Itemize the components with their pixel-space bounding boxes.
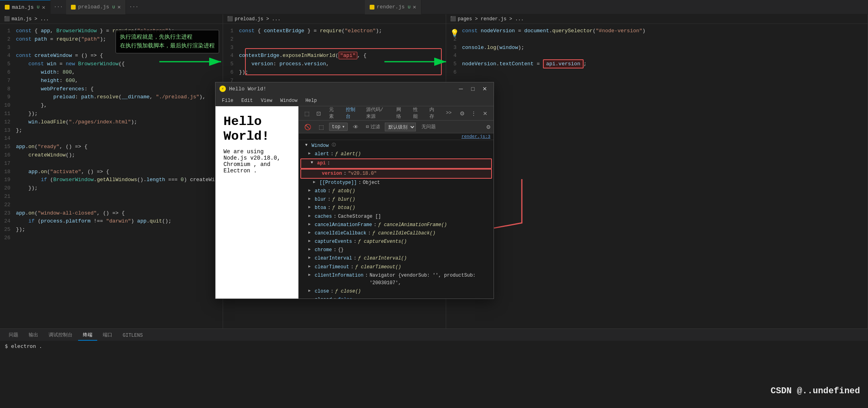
- hw-minimize-btn[interactable]: ─: [456, 84, 466, 93]
- devtools-more-icon[interactable]: ⋮: [469, 108, 479, 119]
- tab-close-render[interactable]: ✕: [413, 4, 416, 10]
- no-issues-label: 无问题: [421, 123, 436, 130]
- devtools-console-icon[interactable]: ⊡: [313, 108, 323, 119]
- dt-val-chrome: {}: [338, 246, 343, 254]
- bottom-tab-ports[interactable]: 端口: [98, 330, 117, 341]
- devtools-panel: ⬚ ⊡ 元素 控制台 源代码/来源 网络 性能 内存 >> ⚙ ⋮ ✕ 🚫 ⬚: [298, 106, 494, 299]
- dt-key-ct: clearTimeout: [315, 264, 349, 271]
- code-text-main: const { app, BrowserWindow } = require("…: [14, 24, 223, 328]
- hw-title-icon: ⚡: [219, 86, 226, 92]
- hw-maximize-btn[interactable]: □: [468, 84, 478, 93]
- top-dropdown[interactable]: top ▾: [329, 123, 348, 131]
- tab-main[interactable]: main.js U ✕: [0, 0, 51, 14]
- devtools-tab-memory[interactable]: 内存: [425, 106, 441, 122]
- hw-menu-window[interactable]: Window: [277, 97, 300, 104]
- code-content-render[interactable]: 123456 const nodeVersion = document.quer…: [446, 24, 868, 328]
- devtools-file-link[interactable]: render.js:3: [299, 133, 494, 140]
- devtools-row-btoa[interactable]: ▶ btoa : ƒ btoa(): [299, 204, 494, 212]
- devtools-tab-performance[interactable]: 性能: [409, 106, 425, 122]
- console-settings-icon[interactable]: ⚙: [486, 123, 490, 131]
- devtools-elements-icon[interactable]: ⬚: [302, 108, 312, 119]
- hw-menu-file[interactable]: File: [219, 97, 237, 104]
- tab-close-preload[interactable]: ✕: [118, 4, 121, 10]
- dt-key-btoa: btoa: [315, 204, 326, 212]
- devtools-row-caches[interactable]: ▶ caches : CacheStorage []: [299, 213, 494, 221]
- dt-val-closed: false: [338, 296, 352, 299]
- hw-win-controls: ─ □ ✕: [456, 84, 490, 93]
- devtools-row-chrome[interactable]: ▶ chrome : {}: [299, 246, 494, 254]
- devtools-row-caf[interactable]: ▶ cancelAnimationFrame : ƒ cancelAnimati…: [299, 221, 494, 229]
- hw-menu-view[interactable]: View: [258, 97, 276, 104]
- console-inspect-icon[interactable]: ⬚: [315, 121, 327, 133]
- file-link-text[interactable]: render.js:3: [461, 134, 490, 139]
- devtools-row-window[interactable]: ▼ Window ⓘ: [299, 142, 494, 150]
- tab-label-render: render.js: [377, 4, 405, 10]
- code-content-main[interactable]: 12345 678910 1112131415 1617181920 21222…: [0, 24, 223, 328]
- devtools-tab-elements[interactable]: 元素: [325, 106, 341, 122]
- devtools-row-version[interactable]: version : "v20.18.0": [300, 169, 492, 179]
- dt-val-version: "v20.18.0": [348, 170, 377, 178]
- breadcrumb-text-preload: preload.js > ...: [235, 16, 280, 22]
- tab-label-preload: preload.js: [78, 4, 109, 10]
- devtools-row-ci[interactable]: ▶ clearInterval : ƒ clearInterval(): [299, 254, 494, 263]
- devtools-tab-console[interactable]: 控制台: [342, 106, 361, 122]
- dt-val-btoa: ƒ btoa(): [332, 204, 355, 212]
- tab-close-main[interactable]: ✕: [42, 4, 45, 11]
- dt-val-ce: ƒ captureEvents(): [358, 238, 407, 246]
- tab-render[interactable]: render.js U ✕: [365, 0, 421, 14]
- dt-key-client: clientInformation: [315, 272, 363, 279]
- devtools-row-prototype[interactable]: ▶ [[Prototype]] : Object: [299, 179, 494, 187]
- devtools-settings-icon[interactable]: ⚙: [457, 108, 467, 119]
- bottom-tab-terminal[interactable]: 终端: [78, 330, 97, 341]
- filter-button[interactable]: ⊟ 过滤: [364, 123, 382, 131]
- tab-badge-preload: U: [112, 5, 115, 10]
- devtools-row-ct[interactable]: ▶ clearTimeout : ƒ clearTimeout(): [299, 263, 494, 271]
- dt-key-caf: cancelAnimationFrame: [315, 221, 372, 229]
- annotation-line1: 执行流程就是，先执行主进程: [120, 33, 215, 41]
- devtools-row-closed[interactable]: closed : false: [299, 296, 494, 299]
- tab-icon-preload: [71, 5, 76, 10]
- annotation-line2: 在执行预加载脚本，最后执行渲染进程: [120, 41, 215, 50]
- hello-world-window: ⚡ Hello World! ─ □ ✕ File Edit View Wind…: [215, 82, 494, 299]
- hw-menu-help[interactable]: Help: [302, 97, 320, 104]
- dt-key-window: Window: [312, 142, 329, 150]
- devtools-row-cic[interactable]: ▶ cancelIdleCallback : ƒ cancelIdleCallb…: [299, 229, 494, 238]
- devtools-row-client[interactable]: ▶ clientInformation : Navigator {vendorS…: [299, 271, 494, 287]
- dt-val-ci: ƒ clearInterval(): [358, 255, 407, 262]
- hw-body-text: We are using Node.js v20.18.0, Chromium …: [223, 148, 290, 174]
- tab-more-2[interactable]: ···: [126, 4, 141, 10]
- devtools-row-ce[interactable]: ▶ captureEvents : ƒ captureEvents(): [299, 238, 494, 246]
- dt-key-atob: atob: [315, 187, 326, 195]
- bottom-tab-problems[interactable]: 问题: [4, 330, 23, 341]
- dt-key-close: close: [315, 288, 329, 295]
- console-eye-icon[interactable]: 👁: [350, 121, 361, 133]
- dt-val-cic: ƒ cancelIdleCallback(): [372, 230, 435, 237]
- dt-arrow-client: ▶: [308, 272, 313, 278]
- tab-more-1[interactable]: ···: [51, 4, 66, 10]
- devtools-tab-network[interactable]: 网络: [392, 106, 408, 122]
- devtools-content[interactable]: ▼ Window ⓘ ▶ alert : ƒ alert() ▼ api :: [299, 140, 494, 299]
- level-select[interactable]: 默认级别: [385, 123, 416, 131]
- bottom-tab-output[interactable]: 输出: [24, 330, 43, 341]
- breadcrumb-icon-preload: ⬛: [227, 16, 233, 22]
- dt-arrow-cic: ▶: [308, 230, 313, 236]
- devtools-tab-more[interactable]: >>: [442, 109, 455, 118]
- bottom-tab-gitlens[interactable]: GITLENS: [118, 331, 147, 341]
- devtools-row-alert[interactable]: ▶ alert : ƒ alert(): [299, 150, 494, 158]
- breadcrumb-render: ⬛ pages > render.js > ...: [446, 14, 868, 24]
- devtools-row-atob[interactable]: ▶ atob : ƒ atob(): [299, 187, 494, 195]
- tab-preload[interactable]: preload.js U ✕: [66, 0, 126, 14]
- dt-key-cic: cancelIdleCallback: [315, 230, 366, 237]
- hw-menu-edit[interactable]: Edit: [238, 97, 256, 104]
- devtools-tab-sources[interactable]: 源代码/来源: [362, 106, 392, 122]
- devtools-close-icon[interactable]: ✕: [480, 108, 490, 119]
- devtools-row-close[interactable]: ▶ close : ƒ close(): [299, 287, 494, 296]
- devtools-row-blur[interactable]: ▶ blur : ƒ blur(): [299, 195, 494, 204]
- watermark: CSDN @..undefined: [771, 386, 860, 396]
- dt-info-window: ⓘ: [332, 142, 336, 148]
- bottom-tab-debug[interactable]: 调试控制台: [44, 330, 77, 341]
- hw-close-btn[interactable]: ✕: [480, 84, 490, 93]
- console-clear-icon[interactable]: 🚫: [302, 121, 313, 133]
- devtools-row-api[interactable]: ▼ api :: [300, 158, 492, 168]
- dt-key-blur: blur: [315, 196, 326, 203]
